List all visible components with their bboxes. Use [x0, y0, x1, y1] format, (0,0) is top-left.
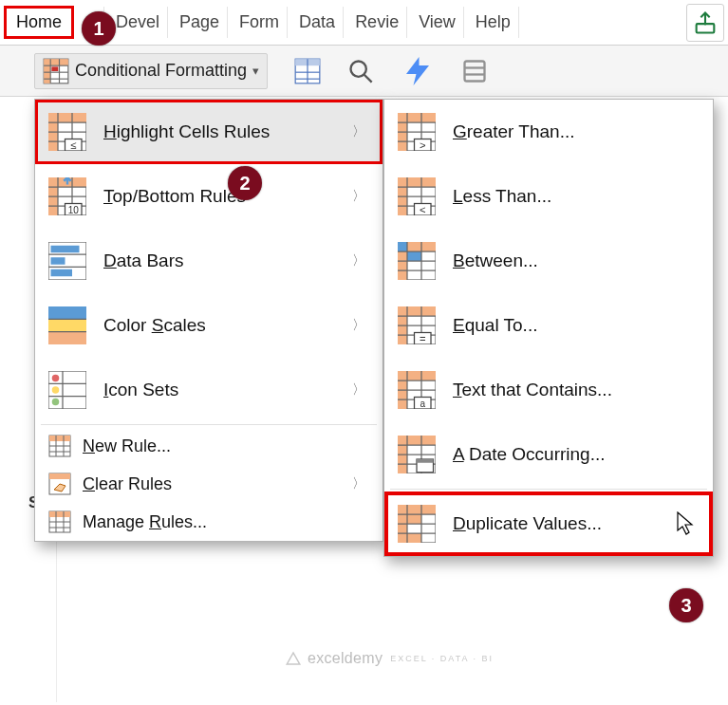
- svg-rect-115: [398, 380, 407, 409]
- automate-lightning-icon[interactable]: [401, 54, 435, 88]
- svg-text:<: <: [420, 204, 426, 215]
- svg-rect-42: [51, 257, 65, 265]
- submenu-date-occurring-label: A Date Occurring...: [453, 444, 696, 465]
- svg-rect-97: [407, 251, 421, 261]
- menu-separator: [41, 424, 377, 425]
- svg-rect-135: [398, 514, 407, 543]
- date-occurring-icon: [398, 436, 436, 473]
- svg-rect-137: [407, 533, 421, 543]
- menu-highlight-cells-rules[interactable]: ≤ Highlight Cells Rules 〉: [35, 100, 383, 164]
- tab-data[interactable]: Data: [291, 7, 344, 38]
- svg-rect-75: [398, 122, 407, 151]
- tab-view[interactable]: View: [411, 7, 464, 38]
- svg-rect-47: [48, 306, 86, 319]
- conditional-formatting-button[interactable]: Conditional Formatting ▾: [34, 53, 268, 89]
- tab-developer[interactable]: Devel: [108, 7, 168, 38]
- submenu-greater-than[interactable]: > Greater Than...: [384, 100, 713, 164]
- menu-new-rule-label: New Rule...: [83, 436, 365, 456]
- tab-help[interactable]: Help: [468, 7, 519, 38]
- callout-2: 2: [228, 166, 262, 200]
- format-as-table-icon[interactable]: [294, 58, 321, 84]
- menu-icon-sets[interactable]: Icon Sets 〉: [35, 358, 383, 422]
- tab-home-label: Home: [16, 12, 62, 31]
- share-button[interactable]: [686, 4, 724, 42]
- equal-to-icon: =: [398, 306, 436, 344]
- menu-clear-rules[interactable]: Clear Rules 〉: [35, 465, 383, 503]
- svg-text:=: =: [420, 333, 426, 344]
- duplicate-values-icon: [398, 505, 436, 543]
- conditional-formatting-label: Conditional Formatting: [75, 61, 247, 81]
- tab-formulas[interactable]: Form: [232, 7, 288, 38]
- menu-top-bottom-rules[interactable]: 10 Top/Bottom Rules 〉: [35, 164, 383, 229]
- submenu-duplicate-values-label: Duplicate Values...: [453, 513, 696, 534]
- top-bottom-icon: 10: [48, 177, 86, 215]
- submenu-date-occurring[interactable]: A Date Occurring...: [384, 422, 713, 487]
- svg-rect-66: [49, 473, 70, 479]
- menu-data-bars-label: Data Bars: [103, 250, 335, 271]
- menu-new-rule[interactable]: New Rule...: [35, 427, 383, 465]
- svg-rect-134: [398, 505, 436, 514]
- data-bars-icon: [48, 242, 86, 280]
- ribbon: Conditional Formatting ▾: [0, 46, 728, 97]
- svg-text:a: a: [420, 399, 425, 409]
- svg-rect-125: [398, 445, 407, 473]
- svg-rect-43: [51, 269, 73, 277]
- svg-rect-2: [44, 59, 68, 65]
- svg-text:>: >: [420, 139, 426, 151]
- chevron-right-icon: 〉: [352, 381, 365, 399]
- submenu-equal-to[interactable]: = Equal To...: [384, 293, 713, 358]
- svg-rect-84: [398, 177, 436, 187]
- icon-sets-icon: [48, 371, 86, 409]
- svg-rect-136: [407, 514, 421, 524]
- submenu-equal-to-label: Equal To...: [453, 315, 696, 336]
- svg-rect-60: [49, 436, 70, 441]
- submenu-between-label: Between...: [453, 250, 696, 271]
- svg-rect-3: [44, 65, 50, 83]
- callout-3-label: 3: [681, 595, 691, 617]
- chevron-right-icon: 〉: [352, 475, 365, 492]
- highlight-cells-submenu: > Greater Than... < Less Than... Between…: [383, 99, 714, 557]
- svg-rect-21: [48, 113, 86, 122]
- svg-rect-9: [51, 66, 58, 71]
- svg-rect-124: [398, 436, 436, 445]
- chevron-right-icon: 〉: [352, 317, 365, 334]
- watermark-tag: EXCEL · DATA · BI: [390, 654, 494, 663]
- svg-text:≤: ≤: [70, 139, 76, 151]
- share-icon: [692, 9, 719, 36]
- callout-2-label: 2: [239, 173, 250, 195]
- manage-rules-icon: [48, 510, 71, 533]
- svg-rect-17: [465, 61, 485, 81]
- greater-than-icon: >: [398, 113, 436, 151]
- watermark-logo-icon: [285, 650, 302, 667]
- menu-color-scales[interactable]: Color Scales 〉: [35, 293, 383, 358]
- svg-line-16: [364, 74, 372, 82]
- find-icon[interactable]: [347, 58, 374, 84]
- watermark-brand: exceldemy: [308, 650, 383, 667]
- color-scales-icon: [48, 306, 86, 344]
- svg-text:10: 10: [68, 205, 80, 215]
- menu-data-bars[interactable]: Data Bars 〉: [35, 229, 383, 293]
- svg-rect-68: [49, 511, 70, 517]
- submenu-duplicate-values[interactable]: Duplicate Values...: [384, 492, 713, 556]
- submenu-between[interactable]: Between...: [384, 229, 713, 293]
- tab-home[interactable]: Home: [4, 6, 74, 39]
- submenu-text-contains[interactable]: a Text that Contains...: [384, 358, 713, 422]
- tab-form-label: Form: [239, 12, 279, 31]
- less-than-icon: <: [398, 177, 436, 215]
- addins-icon[interactable]: [461, 58, 488, 84]
- svg-rect-96: [398, 251, 407, 280]
- svg-rect-114: [398, 371, 436, 380]
- svg-point-54: [52, 386, 60, 394]
- callout-3: 3: [669, 588, 703, 622]
- svg-point-55: [52, 399, 60, 406]
- chevron-right-icon: 〉: [352, 188, 365, 205]
- chevron-right-icon: 〉: [352, 123, 365, 140]
- menu-manage-rules-label: Manage Rules...: [83, 512, 365, 532]
- tab-page-layout[interactable]: Page: [172, 7, 228, 38]
- submenu-less-than[interactable]: < Less Than...: [384, 164, 713, 229]
- menu-manage-rules[interactable]: Manage Rules...: [35, 503, 383, 541]
- tab-review[interactable]: Revie: [347, 7, 407, 38]
- svg-rect-41: [51, 246, 80, 253]
- conditional-formatting-menu: ≤ Highlight Cells Rules 〉 10 Top/Bottom …: [34, 99, 383, 542]
- svg-rect-49: [48, 332, 86, 345]
